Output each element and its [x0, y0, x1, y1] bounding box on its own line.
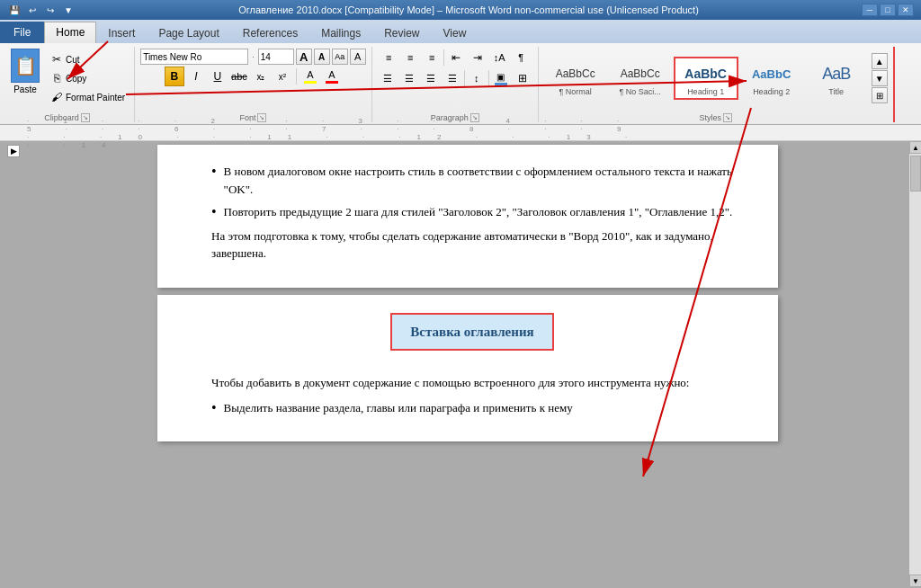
paste-icon: 📋 — [11, 49, 40, 83]
style-heading1[interactable]: AaBbC Heading 1 — [674, 57, 738, 100]
format-painter-button[interactable]: 🖌 Format Painter — [47, 88, 129, 106]
para-row-2: ☰ ☰ ☰ ☰ ↕ ▣ ⊞ — [378, 68, 532, 88]
style-heading1-preview: AaBbC — [679, 60, 733, 87]
bullet-text-2: Повторить предыдущие 2 шага для стилей "… — [224, 203, 733, 222]
quick-access-dropdown[interactable]: ▼ — [61, 3, 76, 17]
style-normal-label: ¶ Normal — [559, 87, 591, 96]
superscript-button[interactable]: x² — [273, 67, 292, 86]
highlight-color-bar — [304, 81, 317, 84]
font-shrink-button[interactable]: A — [314, 49, 330, 65]
italic-button[interactable]: I — [186, 67, 206, 86]
borders-button[interactable]: ⊞ — [513, 69, 532, 87]
page2-heading: Вставка оглавления — [390, 313, 553, 352]
page-2: Вставка оглавления Чтобы добавить в доку… — [157, 295, 778, 441]
style-title[interactable]: AaB Title — [805, 58, 868, 99]
section-mark[interactable]: ▶ — [7, 145, 20, 157]
tab-view[interactable]: View — [432, 23, 478, 43]
redo-icon[interactable]: ↪ — [43, 3, 58, 17]
bullet-3: • Выделить название раздела, главы или п… — [211, 399, 733, 418]
bullet-1: • В новом диалоговом окне настроить стил… — [211, 163, 733, 198]
align-right-button[interactable]: ☰ — [421, 69, 441, 87]
subscript-button[interactable]: x₂ — [251, 67, 271, 86]
bold-button[interactable]: B — [165, 67, 184, 86]
underline-button[interactable]: U — [208, 67, 228, 86]
bullet-2: • Повторить предыдущие 2 шага для стилей… — [211, 203, 733, 222]
line-spacing-button[interactable]: ↕ — [467, 69, 487, 87]
copy-button[interactable]: ⎘ Copy — [47, 69, 129, 87]
font-separator: · — [250, 52, 256, 61]
clipboard-small-buttons: ✂ Cut ⎘ Copy 🖌 Format Painter — [47, 47, 129, 110]
font-format-row: B I U abc x₂ x² A A — [165, 67, 342, 86]
font-grow-button[interactable]: A — [296, 49, 312, 65]
styles-scroll-down[interactable]: ▼ — [872, 70, 888, 86]
bullet-marker-1: • — [211, 163, 217, 198]
para-1: На этом подготовка к тому, чтобы сделать… — [211, 227, 733, 263]
vertical-scrollbar[interactable]: ▲ ▼ — [908, 141, 921, 587]
styles-expand-button[interactable]: ↘ — [723, 113, 732, 122]
change-case-button[interactable]: Aa — [332, 49, 348, 65]
cut-icon: ✂ — [50, 53, 63, 66]
font-color-button[interactable]: A — [322, 67, 342, 86]
tab-home[interactable]: Home — [44, 22, 96, 43]
font-group: · A A Aa A B I U abc x₂ x² A — [135, 47, 372, 122]
styles-scroll-up[interactable]: ▲ — [872, 53, 888, 69]
style-heading2[interactable]: AaBbC Heading 2 — [740, 58, 803, 99]
font-name-input[interactable] — [140, 49, 248, 65]
align-left-button[interactable]: ☰ — [378, 69, 398, 87]
window-controls: ─ □ ✕ — [862, 4, 914, 16]
style-heading1-label: Heading 1 — [687, 87, 724, 96]
save-icon[interactable]: 💾 — [7, 3, 22, 17]
minimize-button[interactable]: ─ — [862, 4, 878, 16]
clipboard-expand-button[interactable]: ↘ — [81, 113, 90, 122]
styles-more[interactable]: ⊞ — [872, 87, 888, 103]
quick-access-toolbar: 💾 ↩ ↪ ▼ — [7, 3, 76, 17]
scroll-up-button[interactable]: ▲ — [909, 141, 921, 154]
title-bar: 💾 ↩ ↪ ▼ Оглавление 2010.docx [Compatibil… — [0, 0, 921, 20]
close-button[interactable]: ✕ — [898, 4, 914, 16]
tab-mailings[interactable]: Mailings — [309, 23, 372, 43]
clipboard-content: 📋 Paste ✂ Cut ⎘ Copy 🖌 Format Painter — [5, 47, 129, 110]
scroll-thumb[interactable] — [910, 156, 921, 192]
ruler: · 1 · · · 2 · · · 3 · · · 4 · · · 5 · · … — [0, 125, 921, 141]
tab-page-layout[interactable]: Page Layout — [147, 23, 230, 43]
tab-insert[interactable]: Insert — [96, 23, 147, 43]
tab-references[interactable]: References — [231, 23, 309, 43]
para-2: Чтобы добавить в документ содержание с п… — [211, 374, 733, 392]
paragraph-expand-button[interactable]: ↘ — [470, 113, 479, 122]
font-expand-button[interactable]: ↘ — [257, 113, 266, 122]
undo-icon[interactable]: ↩ — [25, 3, 40, 17]
multilevel-button[interactable]: ≡ — [422, 49, 442, 67]
style-heading2-label: Heading 2 — [753, 87, 790, 96]
cut-button[interactable]: ✂ Cut — [47, 50, 129, 68]
show-marks-button[interactable]: ¶ — [511, 49, 531, 67]
styles-content: AaBbCc ¶ Normal AaBbCc ¶ No Saci... AaBb… — [544, 47, 888, 110]
sort-button[interactable]: ↕A — [489, 49, 509, 67]
paste-button[interactable]: 📋 Paste — [5, 47, 45, 110]
increase-indent-button[interactable]: ⇥ — [468, 49, 487, 67]
align-center-button[interactable]: ☰ — [399, 69, 419, 87]
decrease-indent-button[interactable]: ⇤ — [446, 49, 466, 67]
style-no-spacing[interactable]: AaBbCc ¶ No Saci... — [609, 58, 672, 99]
font-content: · A A Aa A B I U abc x₂ x² A — [140, 47, 366, 110]
style-normal[interactable]: AaBbCc ¶ Normal — [544, 58, 607, 99]
para-text-2: Чтобы добавить в документ содержание с п… — [211, 376, 689, 389]
pages-area[interactable]: • В новом диалоговом окне настроить стил… — [27, 141, 908, 587]
tab-file[interactable]: File — [0, 22, 44, 43]
justify-button[interactable]: ☰ — [443, 69, 462, 87]
clear-format-button[interactable]: A — [350, 49, 366, 65]
style-title-label: Title — [828, 87, 844, 96]
paragraph-group-label: Paragraph ↘ — [378, 111, 532, 122]
strikethrough-button[interactable]: abc — [229, 67, 249, 86]
ribbon-content: 📋 Paste ✂ Cut ⎘ Copy 🖌 Format Painter — [0, 43, 921, 124]
styles-group-label: Styles ↘ — [544, 111, 888, 122]
scroll-down-button[interactable]: ▼ — [909, 575, 921, 587]
clipboard-group: 📋 Paste ✂ Cut ⎘ Copy 🖌 Format Painter — [0, 47, 135, 122]
tab-review[interactable]: Review — [372, 23, 431, 43]
bullet-marker-3: • — [211, 399, 217, 418]
shading-button[interactable]: ▣ — [491, 68, 511, 88]
maximize-button[interactable]: □ — [880, 4, 896, 16]
font-size-input[interactable] — [258, 49, 294, 65]
text-highlight-button[interactable]: A — [300, 67, 320, 86]
numbering-button[interactable]: ≡ — [400, 49, 420, 67]
bullets-button[interactable]: ≡ — [379, 49, 398, 67]
